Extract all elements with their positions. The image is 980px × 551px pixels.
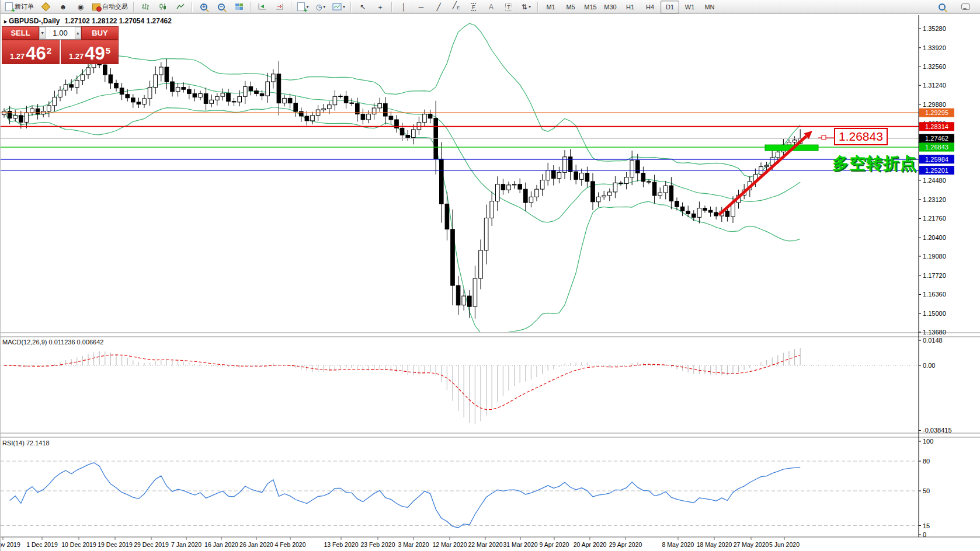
- timeframe-group: M1M5M15M30H1H4D1W1MN: [541, 1, 720, 13]
- one-click-trading-panel: SELL ▼ ▲ BUY 1.27462 1.27495: [2, 26, 119, 64]
- sell-price[interactable]: 1.27462: [2, 40, 60, 64]
- autotrade-label: 自动交易: [102, 2, 128, 11]
- zoom-in-icon: +: [200, 4, 207, 11]
- horizontal-lines: [1, 113, 919, 170]
- text-tool[interactable]: A: [483, 1, 499, 13]
- tab-timeframe-MN[interactable]: MN: [700, 1, 719, 13]
- candles-layer: [2, 55, 802, 319]
- hline-tool[interactable]: ─: [413, 1, 429, 13]
- tab-timeframe-M1[interactable]: M1: [541, 1, 560, 13]
- line-chart-icon: [176, 3, 185, 11]
- vline-tool[interactable]: │: [395, 1, 412, 13]
- ohlc-values: 1.27102 1.28122 1.27054 1.27462: [64, 17, 172, 25]
- price-annotation-box[interactable]: 1.26843: [834, 128, 888, 145]
- svg-text:1.21760: 1.21760: [923, 215, 946, 222]
- tab-timeframe-W1[interactable]: W1: [680, 1, 699, 13]
- channel-icon: ╱E: [453, 1, 460, 12]
- date-label: 4 Feb 2020: [274, 541, 305, 548]
- market-watch-button[interactable]: [37, 1, 54, 13]
- zoom-out-icon: −: [218, 4, 225, 11]
- buy-price-big: 49: [85, 45, 105, 62]
- volume-up-button[interactable]: ▲: [75, 27, 81, 39]
- volume-input[interactable]: [46, 27, 74, 39]
- tab-timeframe-H4[interactable]: H4: [641, 1, 659, 13]
- zoom-in-button[interactable]: +: [196, 1, 212, 13]
- indicators-button[interactable]: +▾: [295, 1, 311, 13]
- sell-button[interactable]: SELL: [2, 26, 39, 40]
- auto-scroll-button[interactable]: [254, 1, 270, 13]
- trend-arrow-line[interactable]: [719, 136, 807, 215]
- price-axis: 1.352801.339201.325601.312401.298801.285…: [919, 25, 954, 538]
- tab-timeframe-M15[interactable]: M15: [581, 1, 600, 13]
- cursor-tool[interactable]: ↖: [355, 1, 371, 13]
- date-label: 12 Mar 2020: [433, 541, 467, 548]
- svg-text:0: 0: [923, 531, 926, 538]
- navigator-button[interactable]: ☻: [55, 1, 71, 13]
- crosshair-tool[interactable]: ＋: [372, 1, 388, 13]
- svg-text:1.31240: 1.31240: [923, 82, 946, 89]
- candlestick-chart-icon: [159, 3, 167, 11]
- date-axis: 21 Nov 20191 Dec 201910 Dec 201919 Dec 2…: [1, 537, 800, 548]
- chart-shift-icon: [276, 3, 284, 11]
- chart-canvas: 1.352801.339201.325601.312401.298801.285…: [1, 0, 980, 551]
- tab-timeframe-M30[interactable]: M30: [601, 1, 620, 13]
- date-label: 18 May 2020: [697, 541, 732, 548]
- new-order-button[interactable]: + 新订单: [3, 1, 36, 13]
- bar-chart-button[interactable]: [137, 1, 154, 13]
- tab-timeframe-H1[interactable]: H1: [621, 1, 640, 13]
- svg-text:1.25201: 1.25201: [925, 167, 948, 174]
- arrows-tool[interactable]: ⇅▾: [518, 1, 534, 13]
- autotrade-button[interactable]: 自动交易: [90, 1, 130, 13]
- chart-title-marker: ▸: [4, 18, 7, 25]
- sell-price-sup: 2: [47, 46, 51, 55]
- buy-button[interactable]: BUY: [81, 26, 119, 40]
- templates-button[interactable]: ▾: [330, 1, 347, 13]
- chat-button[interactable]: [957, 1, 974, 13]
- tile-windows-button[interactable]: [231, 1, 247, 13]
- auto-scroll-icon: [258, 3, 266, 11]
- date-label: 29 Apr 2020: [609, 541, 642, 548]
- trendline-icon: ╱: [436, 3, 440, 11]
- svg-text:1.15000: 1.15000: [923, 310, 946, 317]
- signals-button[interactable]: ◉: [72, 1, 89, 13]
- svg-text:1.13680: 1.13680: [923, 329, 946, 336]
- date-label: 31 Mar 2020: [503, 541, 538, 548]
- chart-shift-button[interactable]: [272, 1, 288, 13]
- trendline-tool[interactable]: ╱: [430, 1, 447, 13]
- tab-timeframe-M5[interactable]: M5: [561, 1, 580, 13]
- text-label-icon: T: [505, 4, 512, 11]
- date-label: 23 Feb 2020: [361, 541, 395, 548]
- date-label: 9 Apr 2020: [540, 541, 569, 548]
- date-label: 7 Jan 2020: [171, 541, 201, 548]
- autotrade-icon: [92, 4, 100, 11]
- volume-down-button[interactable]: ▼: [39, 27, 46, 39]
- svg-text:100: 100: [923, 438, 933, 445]
- candlestick-chart-button[interactable]: [155, 1, 171, 13]
- fibonacci-icon: F: [471, 3, 476, 11]
- turning-point-annotation[interactable]: 多空转折点: [832, 152, 917, 175]
- price-box-anchor: [822, 135, 826, 140]
- periods-button[interactable]: ◷▾: [312, 1, 329, 13]
- line-chart-button[interactable]: [172, 1, 189, 13]
- fibonacci-tool[interactable]: F: [465, 1, 482, 13]
- signals-icon: ◉: [78, 3, 84, 11]
- date-label: 27 May 2020: [734, 541, 769, 548]
- cursor-icon: ↖: [360, 3, 366, 11]
- tab-timeframe-D1[interactable]: D1: [661, 1, 679, 13]
- svg-text:1.19080: 1.19080: [923, 253, 946, 260]
- new-order-icon: +: [5, 2, 13, 11]
- svg-text:1.35280: 1.35280: [923, 25, 946, 32]
- zoom-out-button[interactable]: −: [213, 1, 230, 13]
- clock-icon: ◷: [316, 3, 322, 11]
- svg-text:1.29295: 1.29295: [925, 109, 948, 116]
- mt4-window: 1.352801.339201.325601.312401.298801.285…: [0, 0, 980, 551]
- search-button[interactable]: [934, 1, 950, 13]
- sell-price-small: 1.27: [10, 52, 25, 61]
- channel-tool[interactable]: ╱E: [448, 1, 464, 13]
- text-label-tool[interactable]: T: [501, 1, 517, 13]
- macd-label: MACD(12,26,9) 0.011236 0.006642: [2, 339, 103, 346]
- svg-text:1.27462: 1.27462: [925, 135, 948, 142]
- svg-text:1.28314: 1.28314: [925, 123, 948, 130]
- buy-price[interactable]: 1.27495: [61, 40, 119, 64]
- macd-signal-line: [4, 355, 800, 410]
